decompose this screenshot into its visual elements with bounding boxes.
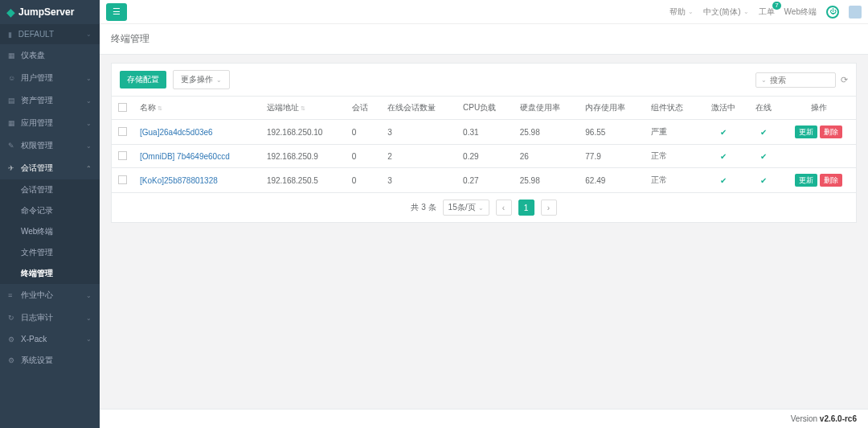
sort-icon: ⇅ [301, 105, 305, 111]
chevron-down-icon: ⌄ [86, 31, 92, 38]
power-button[interactable]: ⏻ [826, 6, 839, 19]
nav-assets[interactable]: ▤资产管理⌄ [0, 89, 100, 112]
topbar: ☰ 帮助⌄ 中文(简体)⌄ 工单7 Web终端 ⏻ [100, 0, 868, 24]
logo-text: JumpServer [18, 6, 74, 18]
row-checkbox[interactable] [118, 175, 127, 184]
audit-icon: ↻ [8, 314, 16, 322]
cell-online-sessions: 3 [381, 168, 457, 193]
col-name[interactable]: 名称⇅ [133, 97, 260, 120]
sub-command-log[interactable]: 命令记录 [0, 200, 100, 221]
cell-memory: 62.49 [579, 168, 645, 193]
update-button[interactable]: 更新 [795, 126, 817, 138]
cell-component: 严重 [645, 120, 700, 145]
next-page-button[interactable]: › [541, 200, 557, 216]
chevron-down-icon: ⌄ [688, 8, 694, 15]
user-avatar[interactable] [849, 6, 862, 19]
sort-icon: ⇅ [158, 105, 162, 111]
chevron-down-icon: ⌄ [86, 120, 92, 127]
page-header: 终端管理 [100, 24, 868, 55]
table-card: 存储配置 更多操作⌄ ⌄ ⟳ 名 [111, 63, 857, 223]
page-1-button[interactable]: 1 [518, 200, 534, 216]
nav-jobs[interactable]: ≡作业中心⌄ [0, 284, 100, 307]
sidebar: ◆ JumpServer ▮ DEFAULT ⌄ ▦仪表盘 ☺用户管理⌄ ▤资产… [0, 0, 100, 428]
web-terminal-link[interactable]: Web终端 [784, 6, 817, 18]
table-row: [KoKo]25b878801328 192.168.250.5 0 3 0.2… [112, 168, 856, 193]
logo-icon: ◆ [6, 6, 15, 19]
terminal-name-link[interactable]: [Gua]26a4dc5d03e6 [140, 128, 213, 137]
org-selector[interactable]: ▮ DEFAULT ⌄ [0, 24, 100, 44]
terminal-name-link[interactable]: [KoKo]25b878801328 [140, 176, 218, 185]
content: 存储配置 更多操作⌄ ⌄ ⟳ 名 [100, 55, 868, 409]
footer: Version v2.6.0-rc6 [100, 409, 868, 428]
main-area: ☰ 帮助⌄ 中文(简体)⌄ 工单7 Web终端 ⏻ 终端管理 存储配置 更多操作… [100, 0, 868, 428]
check-icon: ✔ [760, 176, 767, 185]
delete-button[interactable]: 删除 [820, 126, 842, 138]
cell-remote-addr: 192.168.250.9 [260, 145, 346, 168]
nav-xpack[interactable]: ⚙X-Pack⌄ [0, 329, 100, 349]
toggle-sidebar-button[interactable]: ☰ [106, 3, 127, 21]
nav-settings[interactable]: ⚙系统设置 [0, 349, 100, 372]
nav-users[interactable]: ☺用户管理⌄ [0, 67, 100, 89]
nav-sessions[interactable]: ✈会话管理⌃ [0, 157, 100, 179]
terminal-name-link[interactable]: [OmniDB] 7b4649e60ccd [140, 152, 230, 161]
refresh-button[interactable]: ⟳ [841, 75, 848, 85]
col-online-sessions: 在线会话数量 [381, 97, 457, 120]
table-row: [OmniDB] 7b4649e60ccd 192.168.250.9 0 2 … [112, 145, 856, 168]
chevron-up-icon: ⌃ [86, 165, 92, 172]
search-input[interactable] [770, 76, 830, 84]
cell-cpu: 0.31 [457, 120, 514, 145]
row-checkbox[interactable] [118, 151, 127, 160]
sub-file-manage[interactable]: 文件管理 [0, 242, 100, 263]
nav-applications[interactable]: ▦应用管理⌄ [0, 112, 100, 134]
col-online: 在线 [746, 97, 782, 120]
check-icon: ✔ [720, 128, 727, 137]
update-button[interactable]: 更新 [795, 174, 817, 187]
cell-component: 正常 [645, 145, 700, 168]
check-icon: ✔ [720, 152, 727, 161]
check-icon: ✔ [720, 176, 727, 185]
nav-permissions[interactable]: ✎权限管理⌄ [0, 134, 100, 157]
cell-memory: 96.55 [579, 120, 645, 145]
chevron-down-icon: ⌄ [86, 75, 92, 82]
permissions-icon: ✎ [8, 142, 16, 150]
row-checkbox[interactable] [118, 127, 127, 136]
cell-online-sessions: 2 [381, 145, 457, 168]
terminal-table: 名称⇅ 远端地址⇅ 会话 在线会话数量 CPU负载 硬盘使用率 内存使用率 组件… [112, 97, 856, 193]
version-text: v2.6.0-rc6 [820, 414, 857, 423]
power-icon: ⏻ [826, 6, 839, 19]
col-memory: 内存使用率 [579, 97, 645, 120]
cell-sessions: 0 [346, 168, 382, 193]
chevron-down-icon: ⌄ [86, 292, 92, 299]
help-dropdown[interactable]: 帮助⌄ [669, 6, 694, 18]
cell-disk: 25.98 [514, 120, 579, 145]
jobs-icon: ≡ [8, 291, 16, 299]
chevron-down-icon: ⌄ [478, 204, 484, 212]
search-input-wrapper[interactable]: ⌄ [755, 72, 836, 88]
page-size-select[interactable]: 15条/页⌄ [443, 200, 489, 216]
cell-online-sessions: 3 [381, 120, 457, 145]
prev-page-button[interactable]: ‹ [496, 200, 512, 216]
ticket-link[interactable]: 工单7 [759, 6, 775, 18]
sub-web-terminal[interactable]: Web终端 [0, 221, 100, 242]
pagination: 共 3 条 15条/页⌄ ‹ 1 › [112, 193, 856, 222]
col-remote-addr[interactable]: 远端地址⇅ [260, 97, 346, 120]
cell-sessions: 0 [346, 145, 382, 168]
cell-cpu: 0.29 [457, 145, 514, 168]
cell-remote-addr: 192.168.250.5 [260, 168, 346, 193]
delete-button[interactable]: 删除 [820, 174, 842, 187]
sub-terminal-manage[interactable]: 终端管理 [0, 263, 100, 284]
cell-disk: 25.98 [514, 168, 579, 193]
bookmark-icon: ▮ [8, 31, 16, 39]
nav-audit[interactable]: ↻日志审计⌄ [0, 307, 100, 329]
select-all-checkbox[interactable] [118, 103, 127, 112]
lang-dropdown[interactable]: 中文(简体)⌄ [703, 6, 749, 18]
sub-session-manage[interactable]: 会话管理 [0, 179, 100, 200]
col-component: 组件状态 [645, 97, 700, 120]
nav-dashboard[interactable]: ▦仪表盘 [0, 44, 100, 67]
chevron-down-icon: ⌄ [86, 335, 92, 343]
storage-config-button[interactable]: 存储配置 [120, 71, 166, 88]
more-actions-button[interactable]: 更多操作⌄ [173, 70, 230, 89]
xpack-icon: ⚙ [8, 335, 16, 344]
col-active: 激活中 [700, 97, 746, 120]
check-icon: ✔ [760, 152, 767, 161]
